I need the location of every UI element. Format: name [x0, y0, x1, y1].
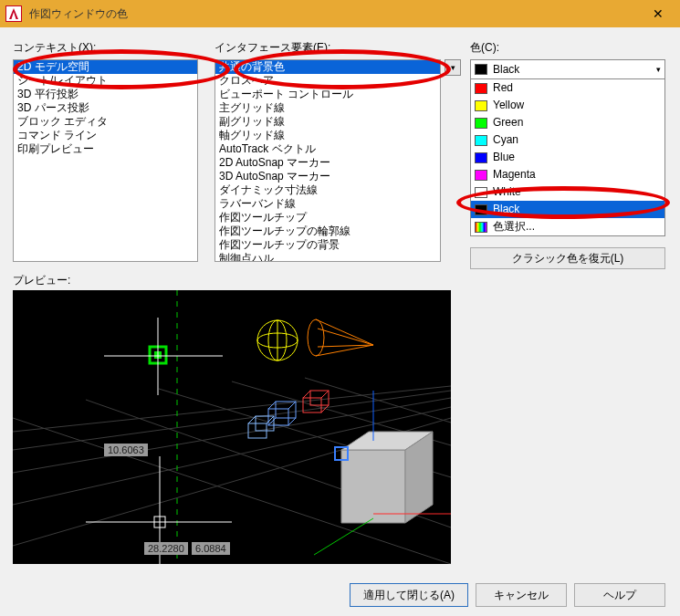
color-swatch	[475, 135, 487, 146]
color-swatch	[475, 204, 487, 215]
interface-item[interactable]: 副グリッド線	[215, 115, 440, 129]
interface-item[interactable]: 軸グリッド線	[215, 129, 440, 142]
color-swatch	[475, 187, 487, 198]
context-listbox[interactable]: 2D モデル空間シート/レイアウト3D 平行投影3D パース投影ブロック エディ…	[13, 59, 198, 262]
interface-item[interactable]: AutoTrack ベクトル	[215, 142, 440, 156]
color-swatch	[475, 170, 487, 181]
interface-item[interactable]: 作図ツールチップの輪郭線	[215, 224, 440, 238]
context-item[interactable]: 2D モデル空間	[14, 60, 197, 74]
color-dropdown[interactable]: RedYellowGreenCyanBlueMagentaWhiteBlack色…	[470, 79, 665, 236]
context-item[interactable]: 3D 平行投影	[14, 88, 197, 101]
interface-listbox[interactable]: 共通の背景色クロスヘアビューポート コントロール主グリッド線副グリッド線軸グリッ…	[214, 59, 441, 262]
apply-close-button[interactable]: 適用して閉じる(A)	[350, 583, 468, 607]
color-option-label: Cyan	[493, 132, 518, 148]
context-item[interactable]: シート/レイアウト	[14, 74, 197, 88]
close-button[interactable]: ✕	[640, 1, 676, 26]
color-option-label: Yellow	[493, 98, 524, 113]
color-swatch	[475, 83, 487, 94]
app-icon	[5, 5, 22, 22]
color-combo[interactable]: Black ▾	[470, 59, 665, 79]
interface-item[interactable]: 3D AutoSnap マーカー	[215, 170, 440, 183]
color-option-label: Magenta	[493, 167, 536, 183]
help-button[interactable]: ヘルプ	[574, 583, 665, 607]
color-label: 色(C):	[470, 40, 665, 56]
coord-readout: 28.2280	[144, 542, 188, 555]
color-option[interactable]: Magenta	[471, 166, 664, 183]
color-option-label: Green	[493, 115, 523, 131]
interface-item[interactable]: 主グリッド線	[215, 101, 440, 115]
color-swatch	[475, 64, 487, 75]
interface-item[interactable]: ダイナミック寸法線	[215, 183, 440, 197]
svg-line-34	[321, 405, 329, 412]
interface-label: インタフェース要素(E):	[214, 40, 441, 56]
chevron-down-icon: ▾	[656, 65, 661, 74]
preview-label: プレビュー:	[13, 273, 665, 288]
color-option-label: Blue	[493, 150, 515, 165]
context-label: コンテキスト(X):	[13, 40, 198, 56]
interface-item[interactable]: 作図ツールチップの背景	[215, 238, 440, 252]
interface-item[interactable]: 2D AutoSnap マーカー	[215, 156, 440, 170]
color-swatch	[475, 222, 487, 233]
context-item[interactable]: コマンド ライン	[14, 129, 197, 142]
color-option[interactable]: White	[471, 183, 664, 201]
coord-readout: 10.6063	[104, 444, 148, 456]
interface-item[interactable]: 作図ツールチップ	[215, 211, 440, 224]
color-option-label: White	[493, 184, 521, 200]
color-swatch	[475, 118, 487, 129]
svg-line-20	[316, 319, 373, 345]
coord-readout: 6.0884	[192, 542, 230, 555]
svg-line-45	[314, 518, 373, 555]
color-option-label: Red	[493, 80, 513, 96]
interface-item[interactable]: ラバーバンド線	[215, 197, 440, 211]
preview-panel: 10.6063 28.2280 6.0884	[13, 290, 451, 564]
svg-marker-39	[341, 450, 405, 523]
color-option[interactable]: 色選択...	[471, 218, 664, 235]
color-option[interactable]: Black	[471, 201, 664, 218]
context-item[interactable]: 印刷プレビュー	[14, 142, 197, 156]
context-item[interactable]: ブロック エディタ	[14, 115, 197, 129]
svg-line-22	[318, 329, 373, 345]
svg-line-33	[321, 391, 329, 398]
context-item[interactable]: 3D パース投影	[14, 101, 197, 115]
titlebar: 作図ウィンドウの色 ✕	[0, 0, 680, 27]
color-option-label: Black	[493, 202, 519, 217]
chevron-down-icon[interactable]: ▾	[445, 59, 461, 76]
interface-item[interactable]: ビューポート コントロール	[215, 88, 440, 101]
restore-classic-button[interactable]: クラシック色を復元(L)	[470, 247, 665, 269]
interface-item[interactable]: 制御点ハル	[215, 252, 440, 262]
color-swatch	[475, 100, 487, 111]
window-title: 作図ウィンドウの色	[29, 6, 640, 22]
color-combo-value: Black	[493, 63, 519, 76]
color-option[interactable]: Red	[471, 79, 664, 97]
interface-item[interactable]: クロスヘア	[215, 74, 440, 88]
interface-item[interactable]: 共通の背景色	[215, 60, 440, 74]
color-option-label: 色選択...	[493, 219, 535, 235]
svg-line-32	[303, 391, 310, 398]
svg-point-19	[308, 319, 324, 356]
cancel-button[interactable]: キャンセル	[476, 583, 567, 607]
svg-line-9	[305, 378, 451, 423]
footer: 適用して閉じる(A) キャンセル ヘルプ	[350, 583, 665, 607]
color-option[interactable]: Blue	[471, 149, 664, 166]
color-swatch	[475, 152, 487, 163]
color-option[interactable]: Green	[471, 114, 664, 131]
color-option[interactable]: Cyan	[471, 131, 664, 149]
color-option[interactable]: Yellow	[471, 97, 664, 114]
